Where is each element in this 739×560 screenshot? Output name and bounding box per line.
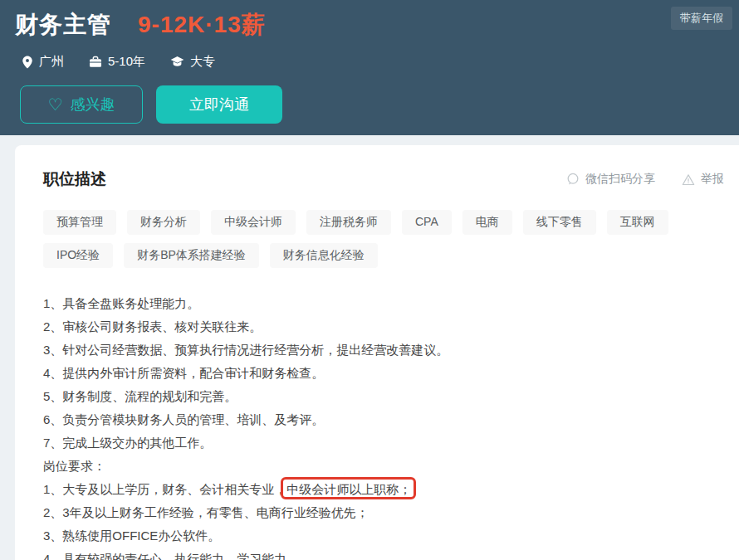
interested-button[interactable]: ♡ 感兴趣 <box>20 85 143 124</box>
duty-line: 4、提供内外审计所需资料，配合审计和财务检查。 <box>43 362 724 385</box>
tag-pill[interactable]: 线下零售 <box>523 210 596 235</box>
card-header-actions: 微信扫码分享 举报 <box>566 172 724 187</box>
requirement-line: 3、熟练使用OFFICE办公软件。 <box>43 524 724 548</box>
duty-line: 6、负责分管模块财务人员的管理、培训、及考评。 <box>43 408 724 431</box>
duty-line: 7、完成上级交办的其他工作。 <box>43 431 724 455</box>
tag-pill[interactable]: 财务BP体系搭建经验 <box>124 243 259 268</box>
requirement-line: 2、3年及以上财务工作经验，有零售、电商行业经验优先； <box>43 501 724 524</box>
heart-icon: ♡ <box>48 96 63 113</box>
duty-line: 5、财务制度、流程的规划和完善。 <box>43 385 724 408</box>
duty-line: 1、具备全盘账务处理能力。 <box>43 292 724 315</box>
location-pin-icon <box>22 56 33 69</box>
card-header: 职位描述 微信扫码分享 举报 <box>43 168 724 190</box>
meta-experience: 5-10年 <box>89 54 145 70</box>
interested-button-label: 感兴趣 <box>70 95 115 114</box>
duty-line: 3、针对公司经营数据、预算执行情况进行经营分析，提出经营改善建议。 <box>43 338 724 362</box>
report-button[interactable]: 举报 <box>682 172 724 187</box>
wechat-share-label: 微信扫码分享 <box>585 172 655 187</box>
tag-pill[interactable]: 注册税务师 <box>306 210 391 235</box>
requirement-line: 1、大专及以上学历，财务、会计相关专业，中级会计师以上职称； <box>43 478 724 501</box>
tag-pill[interactable]: 财务分析 <box>127 210 200 235</box>
title-row: 财务主管 9-12K·13薪 <box>15 9 724 41</box>
warning-triangle-icon <box>682 173 695 186</box>
job-description-text: 1、具备全盘账务处理能力。 2、审核公司财务报表、核对关联往来。 3、针对公司经… <box>43 292 724 560</box>
chat-now-button[interactable]: 立即沟通 <box>156 85 282 124</box>
duty-line: 2、审核公司财务报表、核对关联往来。 <box>43 315 724 338</box>
meta-location: 广州 <box>22 54 64 70</box>
tag-pill[interactable]: 电商 <box>462 210 512 235</box>
meta-location-label: 广州 <box>39 54 64 70</box>
requirement-1-prefix: 1、大专及以上学历，财务、会计相关专业， <box>43 482 286 496</box>
action-buttons: ♡ 感兴趣 立即沟通 <box>15 85 724 124</box>
section-title: 职位描述 <box>43 168 106 190</box>
meta-experience-label: 5-10年 <box>108 54 145 70</box>
report-label: 举报 <box>701 172 724 187</box>
tag-pill[interactable]: 预算管理 <box>43 210 116 235</box>
tag-pill[interactable]: 中级会计师 <box>211 210 296 235</box>
tag-pill[interactable]: 互联网 <box>607 210 668 235</box>
salary-range: 9-12K·13薪 <box>138 9 266 41</box>
chat-bubble-icon <box>566 173 580 186</box>
tag-pill[interactable]: CPA <box>402 210 452 235</box>
graduation-cap-icon <box>170 56 184 68</box>
requirement-line: 4、具有较强的责任心、执行能力、学习能力。 <box>43 548 724 560</box>
job-title: 财务主管 <box>15 9 111 41</box>
chat-now-button-label: 立即沟通 <box>189 95 249 114</box>
meta-education-label: 大专 <box>190 54 215 70</box>
job-description-card: 职位描述 微信扫码分享 举报 预算管理 财务分析 中级会计师 注册税务师 CPA… <box>15 145 739 560</box>
briefcase-icon <box>89 56 102 68</box>
requirements-title: 岗位要求： <box>43 455 724 478</box>
job-header: 财务主管 9-12K·13薪 带薪年假 广州 5-10年 大专 ♡ 感兴趣 立即… <box>0 0 739 135</box>
red-annotation-highlight: 中级会计师以上职称； <box>286 482 411 496</box>
wechat-share-button[interactable]: 微信扫码分享 <box>566 172 655 187</box>
skill-tags: 预算管理 财务分析 中级会计师 注册税务师 CPA 电商 线下零售 互联网 IP… <box>43 210 707 268</box>
tag-pill[interactable]: IPO经验 <box>43 243 113 268</box>
tag-pill[interactable]: 财务信息化经验 <box>270 243 378 268</box>
job-meta-row: 广州 5-10年 大专 <box>15 54 724 70</box>
benefit-badge: 带薪年假 <box>671 7 732 30</box>
meta-education: 大专 <box>170 54 215 70</box>
